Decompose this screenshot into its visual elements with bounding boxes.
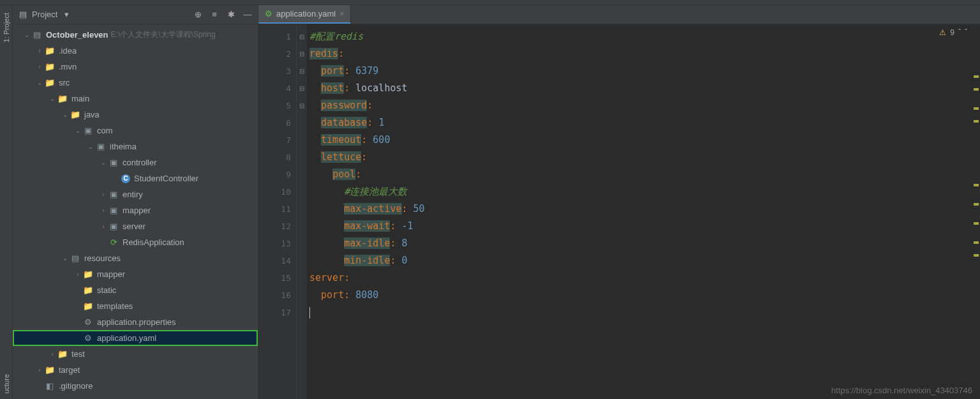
panel-title: Project: [32, 10, 57, 19]
tree-test[interactable]: ›📁 test: [13, 346, 258, 362]
expand-icon[interactable]: ≡: [209, 10, 219, 20]
locate-icon[interactable]: ⊕: [193, 10, 203, 20]
chevron-up-icon[interactable]: ˆ: [958, 28, 961, 37]
editor-area: ⚙ application.yaml × 12345678 9101112131…: [258, 5, 980, 399]
text-cursor: [309, 307, 310, 319]
rail-project-btn[interactable]: 1: Project: [3, 13, 10, 42]
tree-com[interactable]: ⌄▣ com: [13, 123, 258, 139]
project-icon: ▤: [18, 10, 28, 20]
editor-body[interactable]: 12345678 91011121314151617 ⊟ ⊟ ⊟ ⊟⊟ #配置r…: [258, 24, 980, 399]
tab-application-yaml[interactable]: ⚙ application.yaml ×: [258, 5, 351, 24]
project-tree[interactable]: ⌄▤ October_eleven E:\个人文件夹\大学课程\Spring ›…: [13, 24, 258, 399]
tree-redis-app[interactable]: ⟳ RedisApplication: [13, 234, 258, 250]
project-panel-header: ▤ Project ▾ ⊕ ≡ ✱ —: [13, 5, 258, 24]
editor-status[interactable]: ⚠ 9 ˆ ˇ: [939, 28, 967, 37]
watermark: https://blog.csdn.net/weixin_43403746: [831, 386, 972, 395]
tree-student-controller[interactable]: C StudentController: [13, 170, 258, 186]
code-content[interactable]: #配置redis redis: port: 6379 host: localho…: [307, 24, 980, 399]
line-numbers: 12345678 91011121314151617: [258, 24, 297, 399]
tree-target[interactable]: ›📁 target: [13, 362, 258, 378]
tree-app-props[interactable]: ⚙ application.properties: [13, 314, 258, 330]
close-icon[interactable]: ×: [339, 10, 344, 19]
tab-bar: ⚙ application.yaml ×: [258, 5, 980, 24]
chevron-down-icon[interactable]: ˇ: [965, 28, 967, 37]
editor-stripes[interactable]: [972, 43, 979, 299]
rail-structure-btn[interactable]: ucture: [3, 374, 10, 394]
tree-mvn[interactable]: ›📁 .mvn: [13, 59, 258, 75]
left-tool-rail: 1: Project ucture: [0, 5, 13, 399]
tree-gitignore[interactable]: ◧ .gitignore: [13, 378, 258, 394]
fold-gutter[interactable]: ⊟ ⊟ ⊟ ⊟⊟: [297, 24, 307, 399]
gear-icon[interactable]: ✱: [226, 10, 236, 20]
tree-entiry[interactable]: ›▣ entiry: [13, 186, 258, 202]
tree-java[interactable]: ⌄📁 java: [13, 107, 258, 123]
spring-icon: ⚙: [265, 9, 272, 19]
tree-root[interactable]: ⌄▤ October_eleven E:\个人文件夹\大学课程\Spring: [13, 27, 258, 43]
tree-server[interactable]: ›▣ server: [13, 218, 258, 234]
warning-count: 9: [950, 28, 954, 37]
tree-src[interactable]: ⌄📁 src: [13, 75, 258, 91]
project-panel: ▤ Project ▾ ⊕ ≡ ✱ — ⌄▤ October_eleven E:…: [13, 5, 258, 399]
tree-mapper2[interactable]: ›📁 mapper: [13, 266, 258, 282]
tree-controller[interactable]: ⌄▣ controller: [13, 154, 258, 170]
minimize-icon[interactable]: —: [242, 10, 253, 20]
tree-templates[interactable]: 📁 templates: [13, 298, 258, 314]
dropdown-icon[interactable]: ▾: [61, 10, 71, 20]
tree-main[interactable]: ⌄📁 main: [13, 91, 258, 107]
tree-resources[interactable]: ⌄▤ resources: [13, 250, 258, 266]
tree-app-yaml[interactable]: ⚙ application.yaml: [13, 330, 258, 346]
tab-label: application.yaml: [276, 9, 336, 19]
tree-mapper[interactable]: ›▣ mapper: [13, 202, 258, 218]
warning-icon: ⚠: [939, 28, 946, 37]
tree-itheima[interactable]: ⌄▣ itheima: [13, 139, 258, 154]
tree-static[interactable]: 📁 static: [13, 282, 258, 298]
tree-idea[interactable]: ›📁 .idea: [13, 43, 258, 59]
